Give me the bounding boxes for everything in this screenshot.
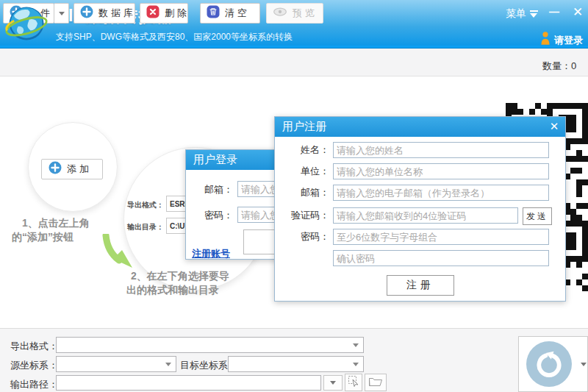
- register-account-link[interactable]: 注册账号: [192, 247, 230, 260]
- item-count: 数量：0: [542, 60, 576, 73]
- delete-button[interactable]: 删除: [140, 3, 188, 24]
- reg-confirm-password-input[interactable]: [333, 250, 549, 266]
- login-dialog-title: 用户登录: [186, 153, 237, 167]
- file-dropdown-button[interactable]: [54, 3, 69, 24]
- minimize-button[interactable]: —: [547, 6, 562, 18]
- login-prompt-button[interactable]: 请登录: [539, 31, 583, 49]
- export-format-select[interactable]: [56, 337, 364, 353]
- output-path-label: 输出路径：: [10, 378, 58, 391]
- preview-button[interactable]: 预览: [266, 3, 323, 24]
- reg-email-input[interactable]: [333, 185, 549, 201]
- delete-button-label: 删除: [165, 7, 190, 20]
- tutorial-step2-text: 2、在左下角选择要导 出的格式和输出目录: [126, 269, 273, 297]
- output-path-input[interactable]: [56, 375, 321, 391]
- reg-name-input[interactable]: [333, 142, 549, 158]
- toolbar: [0, 49, 588, 76]
- login-password-label: 密码：: [187, 207, 233, 224]
- mini-export-format-label: 导出格式：: [127, 200, 164, 210]
- send-code-button[interactable]: 发送: [523, 207, 552, 225]
- chevron-down-icon: [353, 343, 359, 347]
- reg-code-input[interactable]: [333, 207, 518, 224]
- add-button[interactable]: 添加: [41, 159, 103, 179]
- close-button[interactable]: ✕: [570, 4, 585, 20]
- reg-company-label: 单位：: [278, 163, 329, 179]
- database-button-label: 数据库: [98, 7, 136, 20]
- add-plus-icon: [49, 161, 62, 177]
- eye-icon: [273, 6, 287, 21]
- convert-refresh-icon: [526, 341, 572, 387]
- folder-icon: [368, 376, 383, 390]
- tutorial-arrow-icon: [100, 234, 135, 275]
- clear-button[interactable]: 清空: [200, 3, 260, 24]
- register-dialog-title: 用户注册: [275, 120, 326, 134]
- app-window: GIS数据转换器 支持SHP、DWG等格式及西安80、国家2000等坐标系的转换…: [0, 0, 588, 392]
- clear-button-label: 清空: [225, 7, 250, 20]
- reg-code-label: 验证码：: [278, 207, 329, 224]
- login-prompt-label: 请登录: [554, 34, 583, 49]
- select-path-button[interactable]: [345, 374, 362, 391]
- register-submit-button[interactable]: 注册: [387, 275, 454, 296]
- menu-label: 菜单: [506, 7, 526, 21]
- convert-options-button[interactable]: [579, 336, 588, 392]
- chevron-down-icon: [59, 12, 65, 15]
- chevron-down-icon: [165, 363, 171, 366]
- reg-password-input[interactable]: [333, 229, 549, 245]
- user-icon: [539, 31, 551, 49]
- mini-output-dir-label: 输出目录：: [127, 222, 164, 232]
- preview-button-label: 预览: [293, 7, 318, 20]
- target-crs-select[interactable]: [228, 356, 364, 372]
- item-count-value: 0: [571, 60, 576, 71]
- add-database-icon: [80, 5, 93, 21]
- output-path-dropdown-button[interactable]: [323, 375, 343, 391]
- source-crs-label: 源坐标系：: [10, 359, 58, 372]
- chevron-down-icon: [330, 381, 336, 385]
- register-dialog-titlebar[interactable]: 用户注册: [275, 117, 565, 137]
- menu-dropdown-icon: [530, 10, 538, 18]
- globe-logo-icon: [4, 1, 49, 46]
- convert-button[interactable]: [518, 336, 580, 392]
- delete-x-icon: [146, 5, 159, 21]
- register-dialog: 用户注册 ✕ 姓名： 单位： 邮箱： 验证码： 发送 密码： 注册: [274, 116, 566, 302]
- login-email-label: 邮箱：: [187, 182, 233, 198]
- menu-button[interactable]: 菜单: [506, 7, 538, 21]
- register-dialog-close-icon[interactable]: ✕: [548, 120, 561, 133]
- source-crs-select[interactable]: [56, 356, 176, 372]
- cursor-select-icon: [348, 375, 359, 390]
- browse-folder-button[interactable]: [365, 374, 387, 391]
- reg-company-input[interactable]: [333, 163, 549, 179]
- chevron-down-icon: [353, 363, 359, 366]
- reg-password-label: 密码：: [278, 229, 329, 245]
- add-button-label: 添加: [67, 163, 92, 176]
- export-format-label: 导出格式：: [10, 340, 58, 353]
- chevron-down-icon: [581, 363, 587, 366]
- database-button[interactable]: 数据库: [74, 3, 135, 24]
- reg-name-label: 姓名：: [278, 142, 329, 158]
- reg-email-label: 邮箱：: [278, 185, 329, 201]
- trash-icon: [207, 5, 220, 21]
- app-subtitle: 支持SHP、DWG等格式及西安80、国家2000等坐标系的转换: [56, 31, 293, 43]
